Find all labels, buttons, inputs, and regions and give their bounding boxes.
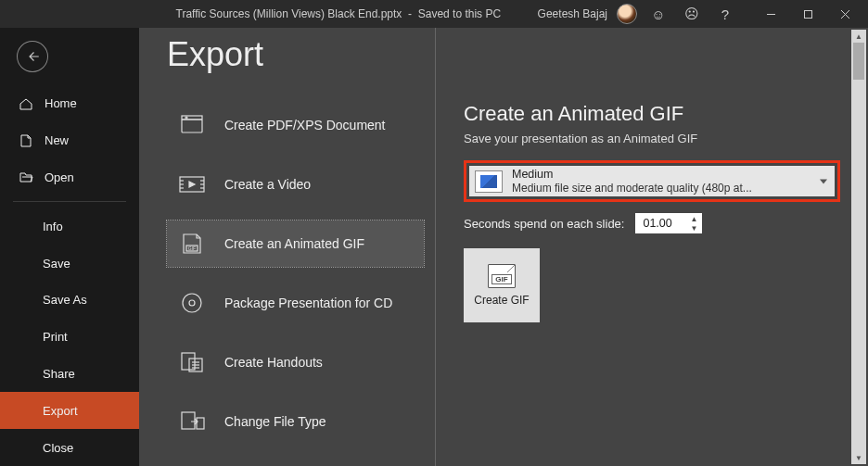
sidebar-item-save-as[interactable]: Save As — [0, 282, 139, 319]
create-gif-button[interactable]: Create GIF — [464, 248, 540, 322]
export-option-filetype[interactable]: Change File Type — [167, 398, 424, 445]
sidebar-item-print[interactable]: Print — [0, 319, 139, 356]
gif-icon: GIF — [176, 230, 208, 258]
svg-rect-24 — [197, 418, 204, 429]
avatar[interactable] — [617, 4, 637, 24]
open-icon — [19, 170, 33, 184]
feedback-happy-icon[interactable]: ☺ — [646, 2, 670, 26]
user-name[interactable]: Geetesh Bajaj — [538, 7, 607, 20]
sidebar-item-new[interactable]: New — [0, 122, 139, 159]
sidebar-item-save[interactable]: Save — [0, 245, 139, 282]
back-button[interactable] — [17, 41, 48, 72]
minimize-button[interactable] — [752, 0, 789, 28]
svg-rect-4 — [182, 120, 202, 132]
scrollbar-thumb[interactable] — [853, 43, 864, 80]
scroll-down-icon[interactable]: ▼ — [851, 451, 866, 464]
scroll-up-icon[interactable]: ▲ — [851, 30, 866, 43]
close-button[interactable] — [826, 0, 863, 28]
cd-icon — [176, 289, 208, 317]
spinner-up-icon[interactable]: ▲ — [687, 214, 700, 223]
svg-text:GIF: GIF — [188, 246, 196, 251]
sidebar-item-open[interactable]: Open — [0, 158, 139, 195]
export-option-gif[interactable]: GIF Create an Animated GIF — [167, 220, 424, 267]
svg-point-17 — [189, 300, 195, 306]
maximize-button[interactable] — [789, 0, 826, 28]
home-icon — [19, 96, 33, 111]
quality-thumb-icon — [475, 170, 503, 193]
svg-rect-1 — [804, 10, 811, 18]
new-icon — [19, 133, 33, 148]
quality-dropdown[interactable]: Medium Medium file size and moderate qua… — [469, 166, 835, 196]
gif-file-icon — [488, 264, 516, 288]
seconds-spinner[interactable]: 01.00 ▲ ▼ — [635, 213, 702, 233]
sidebar-item-export[interactable]: Export — [0, 392, 139, 429]
page-title: Export — [167, 35, 263, 74]
sidebar: Home New Open Info Save Save As Print Sh… — [0, 28, 139, 466]
window-title: Traffic Sources (Million Views) Black En… — [0, 7, 538, 20]
export-option-cd[interactable]: Package Presentation for CD — [167, 280, 424, 326]
quality-highlight: Medium Medium file size and moderate qua… — [464, 160, 840, 202]
feedback-sad-icon[interactable]: ☹ — [680, 2, 704, 26]
seconds-value: 01.00 — [643, 217, 671, 230]
svg-point-6 — [185, 117, 187, 119]
export-option-handouts[interactable]: Create Handouts — [167, 339, 424, 385]
spinner-down-icon[interactable]: ▼ — [687, 223, 700, 233]
svg-rect-5 — [182, 116, 202, 120]
export-option-video[interactable]: Create a Video — [167, 161, 424, 208]
quality-label: Medium — [512, 168, 812, 182]
sidebar-item-info[interactable]: Info — [0, 208, 139, 245]
chevron-down-icon — [820, 179, 827, 183]
panel-subtitle: Save your presentation as an Animated GI… — [464, 132, 840, 145]
svg-rect-23 — [182, 412, 195, 429]
vertical-scrollbar[interactable]: ▲ ▼ — [851, 30, 866, 464]
quality-description: Medium file size and moderate quality (4… — [512, 182, 753, 195]
sidebar-item-close[interactable]: Close — [0, 429, 139, 466]
help-icon[interactable]: ? — [713, 2, 737, 26]
export-option-pdf[interactable]: Create PDF/XPS Document — [167, 102, 424, 148]
pdf-icon — [176, 111, 208, 139]
filetype-icon — [176, 408, 208, 435]
sidebar-item-home[interactable]: Home — [0, 85, 139, 122]
svg-rect-18 — [182, 353, 195, 370]
video-icon — [176, 170, 208, 198]
sidebar-item-share[interactable]: Share — [0, 356, 139, 393]
divider — [13, 201, 126, 202]
panel-title: Create an Animated GIF — [464, 102, 840, 126]
handouts-icon — [176, 348, 208, 376]
svg-point-16 — [183, 294, 201, 312]
seconds-label: Seconds spend on each slide: — [464, 217, 624, 231]
